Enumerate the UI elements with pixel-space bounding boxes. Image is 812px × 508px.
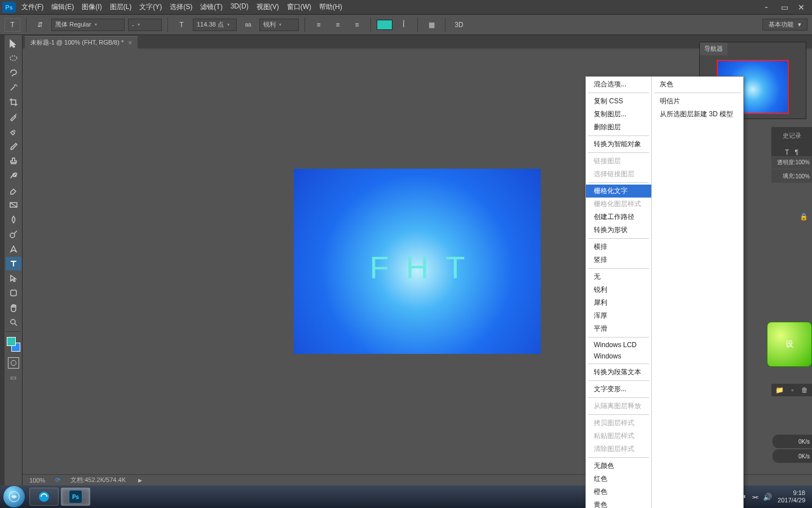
magic-wand-tool-icon[interactable] [6, 81, 21, 94]
tool-preset-icon[interactable]: T [5, 18, 20, 32]
context-menu-item[interactable]: 横排 [586, 240, 651, 253]
context-menu-item[interactable]: 复制 CSS [586, 95, 651, 108]
hand-tool-icon[interactable] [6, 301, 21, 314]
screenmode-toggle[interactable]: ▭ [7, 373, 20, 382]
pen-tool-icon[interactable] [6, 242, 21, 256]
status-menu-arrow-icon[interactable]: ▶ [138, 478, 142, 483]
delete-layer-icon[interactable]: 🗑 [801, 386, 808, 394]
eraser-tool-icon[interactable] [6, 183, 21, 197]
align-right-icon[interactable]: ≡ [349, 18, 365, 32]
menu-image[interactable]: 图像(I) [82, 2, 102, 12]
menu-file[interactable]: 文件(F) [21, 2, 43, 12]
context-menu-item[interactable]: 黄色 [586, 498, 651, 508]
menu-filter[interactable]: 滤镜(T) [200, 2, 222, 12]
lock-icon[interactable]: 🔒 [795, 210, 812, 224]
toolbar-collapse-strip[interactable] [0, 35, 5, 485]
menu-window[interactable]: 窗口(W) [287, 2, 311, 12]
foreground-color-swatch[interactable] [7, 337, 16, 346]
heal-tool-icon[interactable] [6, 125, 21, 138]
context-menu-item[interactable]: 犀利 [586, 296, 651, 309]
context-menu-item[interactable]: 创建工作路径 [586, 211, 651, 224]
blur-tool-icon[interactable] [6, 213, 21, 226]
minimize-button[interactable]: ╴ [759, 2, 776, 13]
antialias-select[interactable]: 锐利 ▾ [259, 19, 299, 31]
text-color-swatch[interactable] [377, 20, 392, 30]
context-menu-item[interactable]: 明信片 [652, 95, 743, 108]
stamp-tool-icon[interactable] [6, 154, 21, 168]
foreground-background-swatch[interactable] [6, 336, 21, 353]
context-menu-item[interactable]: 文字变形... [586, 383, 651, 396]
context-menu-item[interactable]: 删除图层 [586, 121, 651, 134]
context-menu-item[interactable]: 复制图层... [586, 108, 651, 121]
start-button[interactable] [3, 486, 25, 507]
menu-select[interactable]: 选择(S) [170, 2, 192, 12]
taskbar-app-browser[interactable] [29, 488, 59, 506]
context-menu-item[interactable]: 橙色 [586, 485, 651, 498]
menu-view[interactable]: 视图(V) [257, 2, 279, 12]
navigator-tab[interactable]: 导航器 [700, 42, 727, 55]
tray-network-icon[interactable]: ⫘ [751, 493, 758, 501]
taskbar-app-photoshop[interactable]: Ps [61, 488, 90, 506]
3d-button[interactable]: 3D [451, 18, 467, 32]
tray-volume-icon[interactable]: 🔊 [763, 493, 772, 501]
align-left-icon[interactable]: ≡ [311, 18, 326, 32]
gradient-tool-icon[interactable] [6, 198, 21, 212]
font-size-select[interactable]: 114.38 点 ▾ [193, 19, 237, 31]
quickmask-toggle[interactable] [8, 357, 19, 369]
context-menu-item[interactable]: 灰色 [652, 78, 743, 91]
sync-icon[interactable]: ⟳ [55, 476, 60, 484]
move-tool-icon[interactable] [6, 37, 21, 50]
context-menu-item[interactable]: 无 [586, 270, 651, 283]
context-menu-item[interactable]: Windows [586, 351, 651, 362]
context-menu-item[interactable]: 混合选项... [586, 78, 651, 91]
lasso-tool-icon[interactable] [6, 66, 21, 80]
menu-type[interactable]: 文字(Y) [139, 2, 162, 12]
context-menu-item[interactable]: 浑厚 [586, 309, 651, 322]
context-menu-item[interactable]: 平滑 [586, 322, 651, 335]
doc-tab-bar: 未标题-1 @ 100% (FHT, RGB/8) * × [23, 35, 812, 49]
dodge-tool-icon[interactable] [6, 227, 21, 241]
menu-help[interactable]: 帮助(H) [319, 2, 342, 12]
text-orientation-toggle[interactable]: ⇵ [32, 18, 48, 32]
new-layer-icon[interactable]: ▫ [791, 386, 793, 394]
close-tab-icon[interactable]: × [128, 39, 132, 47]
menu-edit[interactable]: 编辑(E) [51, 2, 74, 12]
layer-fill-row[interactable]: 填充: 100% [771, 169, 812, 183]
maximize-button[interactable]: ▭ [776, 2, 793, 13]
shape-tool-icon[interactable] [6, 286, 21, 300]
workspace-switcher[interactable]: 基本功能 ▾ [762, 19, 807, 30]
svg-point-0 [10, 56, 17, 60]
context-menu-item[interactable]: 竖排 [586, 253, 651, 266]
menu-layer[interactable]: 图层(L) [110, 2, 132, 12]
font-style-select[interactable]: - ▾ [128, 19, 162, 31]
context-menu-item[interactable]: 从所选图层新建 3D 模型 [652, 108, 743, 121]
context-menu-item[interactable]: Windows LCD [586, 339, 651, 351]
type-tool-icon[interactable] [6, 257, 21, 270]
crop-tool-icon[interactable] [6, 95, 21, 109]
font-family-select[interactable]: 黑体 Regular ▾ [51, 19, 125, 31]
align-center-icon[interactable]: ≡ [330, 18, 346, 32]
warp-text-icon[interactable]: Ỉ [396, 18, 412, 32]
context-menu-item[interactable]: 转换为段落文本 [586, 366, 651, 379]
zoom-level[interactable]: 100% [29, 477, 45, 484]
character-panel-icon[interactable]: ▦ [423, 18, 439, 32]
close-button[interactable]: ✕ [793, 2, 810, 13]
marquee-tool-icon[interactable] [6, 51, 21, 65]
context-menu-item[interactable]: 转换为形状 [586, 224, 651, 237]
context-menu-item[interactable]: 红色 [586, 472, 651, 485]
history-brush-tool-icon[interactable] [6, 169, 21, 182]
layer-opacity-row[interactable]: 透明度: 100% [771, 155, 812, 169]
path-select-tool-icon[interactable] [6, 271, 21, 285]
context-menu-item[interactable]: 无颜色 [586, 459, 651, 472]
context-menu-item[interactable]: 栅格化文字 [586, 185, 651, 198]
tray-clock[interactable]: 9:18 2017/4/29 [778, 489, 805, 504]
brush-tool-icon[interactable] [6, 139, 21, 153]
eyedropper-tool-icon[interactable] [6, 110, 21, 124]
menu-3d[interactable]: 3D(D) [231, 2, 249, 12]
zoom-tool-icon[interactable] [6, 316, 21, 329]
doc-tab[interactable]: 未标题-1 @ 100% (FHT, RGB/8) * × [25, 36, 138, 49]
context-menu-item[interactable]: 转换为智能对象 [586, 138, 651, 151]
context-menu-item[interactable]: 锐利 [586, 283, 651, 296]
new-folder-icon[interactable]: 📁 [775, 386, 784, 394]
history-panel-tab[interactable]: 史记录 [771, 127, 812, 144]
